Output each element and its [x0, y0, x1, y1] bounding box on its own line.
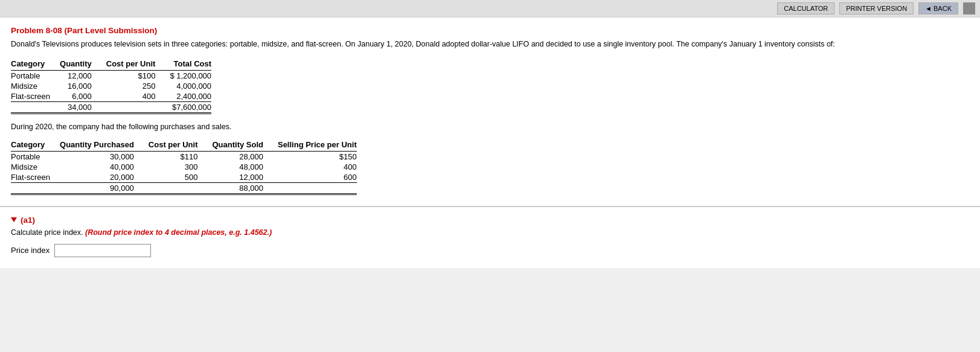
purchases-header-qty-sold: Quantity Sold — [212, 139, 278, 152]
p-category-portable: Portable — [11, 151, 60, 162]
category-portable: Portable — [11, 70, 60, 81]
p-qty-purchased-midsize: 40,000 — [60, 162, 149, 172]
category-midsize: Midsize — [11, 81, 60, 91]
quantity-flatscreen: 6,000 — [60, 91, 106, 102]
problem-description: Donald's Televisions produces television… — [11, 39, 969, 50]
p-total-qty-sold: 88,000 — [212, 182, 278, 194]
inventory-header-quantity: Quantity — [60, 59, 106, 71]
printer-version-button[interactable]: PRINTER VERSION — [839, 2, 914, 14]
main-container: Problem 8-08 (Part Level Submission) Don… — [0, 18, 980, 268]
p-sell-midsize: 400 — [278, 162, 357, 172]
answer-instructions: Calculate price index. (Round price inde… — [11, 228, 969, 237]
inventory-header-category: Category — [11, 59, 60, 71]
p-category-flatscreen: Flat-screen — [11, 172, 60, 183]
p-category-midsize: Midsize — [11, 162, 60, 172]
category-flatscreen: Flat-screen — [11, 91, 60, 102]
cost-portable: $100 — [106, 70, 170, 81]
purchases-description: During 2020, the company had the followi… — [11, 123, 969, 131]
inventory-header-total: Total Cost — [170, 59, 211, 71]
p-qty-sold-midsize: 48,000 — [212, 162, 278, 172]
price-index-row: Price index — [11, 244, 969, 257]
purchases-header-qty-purchased: Quantity Purchased — [60, 139, 149, 152]
purchases-table: Category Quantity Purchased Cost per Uni… — [11, 139, 357, 195]
inventory-header-cost: Cost per Unit — [106, 59, 170, 71]
back-button[interactable]: ◄ BACK — [918, 2, 958, 14]
price-index-label: Price index — [11, 246, 50, 255]
answer-section: (a1) Calculate price index. (Round price… — [0, 207, 980, 268]
p-total-qty-purchased: 90,000 — [60, 182, 149, 194]
p-qty-sold-portable: 28,000 — [212, 151, 278, 162]
collapse-icon[interactable] — [11, 217, 17, 222]
instruction-plain: Calculate price index. — [11, 228, 83, 237]
purchases-total-row: 90,000 88,000 — [11, 182, 357, 194]
table-row: Portable 30,000 $110 28,000 $150 — [11, 151, 357, 162]
menu-icon — [963, 2, 975, 14]
cost-flatscreen: 400 — [106, 91, 170, 102]
table-row: Midsize 16,000 250 4,000,000 — [11, 81, 211, 91]
total-midsize: 4,000,000 — [170, 81, 211, 91]
inventory-total-row: 34,000 $7,600,000 — [11, 101, 211, 113]
quantity-portable: 12,000 — [60, 70, 106, 81]
table-row: Portable 12,000 $100 $ 1,200,000 — [11, 70, 211, 81]
part-label: (a1) — [21, 216, 35, 225]
p-cost-flatscreen: 500 — [149, 172, 213, 183]
p-sell-portable: $150 — [278, 151, 357, 162]
purchases-header-category: Category — [11, 139, 60, 152]
p-qty-purchased-portable: 30,000 — [60, 151, 149, 162]
table-row: Flat-screen 20,000 500 12,000 600 — [11, 172, 357, 183]
problem-title: Problem 8-08 (Part Level Submission) — [11, 26, 969, 35]
p-cost-midsize: 300 — [149, 162, 213, 172]
total-portable: $ 1,200,000 — [170, 70, 211, 81]
instruction-italic: (Round price index to 4 decimal places, … — [85, 228, 272, 237]
quantity-midsize: 16,000 — [60, 81, 106, 91]
price-index-input[interactable] — [54, 244, 151, 257]
problem-section: Problem 8-08 (Part Level Submission) Don… — [0, 18, 980, 207]
p-sell-flatscreen: 600 — [278, 172, 357, 183]
p-qty-sold-flatscreen: 12,000 — [212, 172, 278, 183]
top-bar: CALCULATOR PRINTER VERSION ◄ BACK — [0, 0, 980, 18]
p-qty-purchased-flatscreen: 20,000 — [60, 172, 149, 183]
calculator-button[interactable]: CALCULATOR — [777, 2, 834, 14]
table-row: Flat-screen 6,000 400 2,400,000 — [11, 91, 211, 102]
total-quantity: 34,000 — [60, 101, 106, 113]
answer-title: (a1) — [11, 216, 969, 225]
purchases-header-cost: Cost per Unit — [149, 139, 213, 152]
cost-midsize: 250 — [106, 81, 170, 91]
inventory-table: Category Quantity Cost per Unit Total Co… — [11, 59, 211, 114]
grand-total-cost: $7,600,000 — [170, 101, 211, 113]
p-cost-portable: $110 — [149, 151, 213, 162]
table-row: Midsize 40,000 300 48,000 400 — [11, 162, 357, 172]
purchases-header-selling-price: Selling Price per Unit — [278, 139, 357, 152]
total-flatscreen: 2,400,000 — [170, 91, 211, 102]
